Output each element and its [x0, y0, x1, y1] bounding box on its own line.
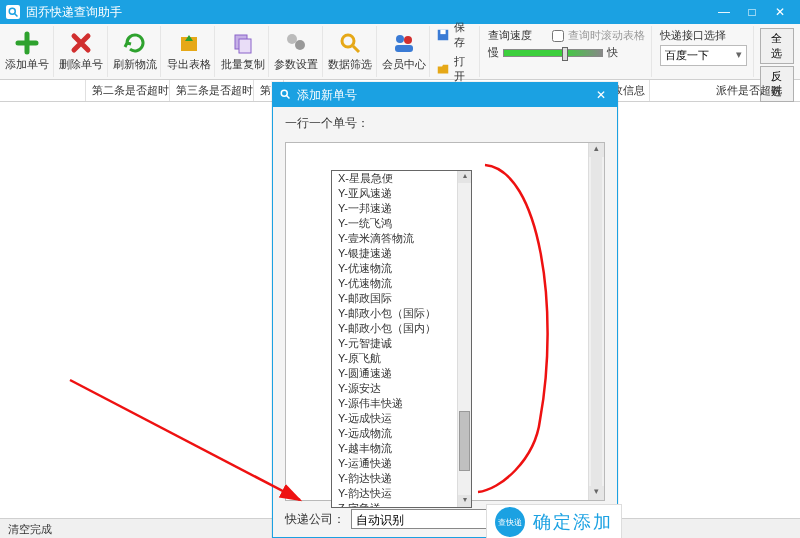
company-option[interactable]: Y-远成快运 [332, 411, 471, 426]
listbox-scrollbar[interactable]: ▴ ▾ [457, 171, 471, 507]
svg-point-4 [287, 34, 297, 44]
company-option[interactable]: X-星晨急便 [332, 171, 471, 186]
search-express-button[interactable]: 查快递 [495, 507, 525, 537]
svg-rect-10 [395, 45, 413, 52]
svg-line-7 [353, 46, 359, 52]
param-label: 参数设置 [274, 57, 318, 72]
add-button[interactable]: 添加单号 [2, 26, 54, 77]
copy-label: 批量复制 [221, 57, 265, 72]
company-option[interactable]: Y-邮政国际 [332, 291, 471, 306]
open-label: 打开 [454, 54, 474, 84]
interface-panel: 快递接口选择 百度一下 [654, 26, 754, 77]
company-option[interactable]: Y-一邦速递 [332, 201, 471, 216]
company-label: 快递公司： [285, 511, 345, 528]
filter-button[interactable]: 数据筛选 [325, 26, 377, 77]
col-dispatch[interactable]: 派件是否超时 [710, 80, 800, 101]
listbox-thumb[interactable] [459, 411, 470, 471]
company-dropdown-list[interactable]: X-星晨急便Y-亚风速递Y-一邦速递Y-一统飞鸿Y-壹米滴答物流Y-银捷速递Y-… [331, 170, 472, 508]
listbox-scroll-up-icon[interactable]: ▴ [458, 171, 471, 183]
delete-button[interactable]: 删除单号 [56, 26, 108, 77]
company-option[interactable]: Y-元智捷诚 [332, 336, 471, 351]
company-option[interactable]: Y-韵达快递 [332, 471, 471, 486]
refresh-icon [121, 31, 149, 55]
iface-title: 快递接口选择 [660, 28, 747, 43]
dialog-close-button[interactable]: ✕ [591, 88, 611, 102]
company-option[interactable]: Y-亚风速递 [332, 186, 471, 201]
scroll-checkbox[interactable]: 查询时滚动表格 [552, 28, 645, 43]
col-3[interactable]: 第三条是否超时 [170, 80, 254, 101]
company-option[interactable]: Y-韵达快运 [332, 486, 471, 501]
export-label: 导出表格 [167, 57, 211, 72]
company-option[interactable]: Y-邮政小包（国际） [332, 306, 471, 321]
export-button[interactable]: 导出表格 [163, 26, 215, 77]
scroll-checkbox-label: 查询时滚动表格 [568, 28, 645, 43]
scroll-thumb[interactable] [591, 157, 602, 486]
gear-icon [282, 31, 310, 55]
company-option[interactable]: Y-源伟丰快递 [332, 396, 471, 411]
mini-column: 保存 打开 [432, 26, 479, 77]
minimize-button[interactable]: — [710, 5, 738, 19]
refresh-button[interactable]: 刷新物流 [110, 26, 162, 77]
confirm-cluster: 查快递 确定添加 [486, 504, 622, 538]
col-2[interactable]: 第二条是否超时 [86, 80, 170, 101]
speed-slider[interactable] [503, 49, 603, 57]
company-option[interactable]: Y-越丰物流 [332, 441, 471, 456]
company-selected: 自动识别 [356, 513, 404, 527]
company-option[interactable]: Y-壹米滴答物流 [332, 231, 471, 246]
svg-rect-3 [239, 39, 251, 53]
dialog-title: 添加新单号 [297, 87, 591, 104]
people-icon [390, 31, 418, 55]
company-option[interactable]: Y-圆通速递 [332, 366, 471, 381]
slider-thumb[interactable] [562, 47, 568, 61]
close-button[interactable]: ✕ [766, 5, 794, 19]
svg-point-0 [9, 8, 15, 14]
company-option[interactable]: Z-宅急送 [332, 501, 471, 508]
copy-button[interactable]: 批量复制 [217, 26, 269, 77]
company-option[interactable]: Y-运通快递 [332, 456, 471, 471]
svg-point-13 [281, 90, 287, 96]
scroll-checkbox-input[interactable] [552, 30, 564, 42]
dialog-title-icon [279, 88, 291, 103]
main-toolbar: 添加单号 删除单号 刷新物流 导出表格 批量复制 参数设置 数据筛选 会员中心 … [0, 24, 800, 80]
svg-point-8 [396, 35, 404, 43]
titlebar: 固乔快递查询助手 — □ ✕ [0, 0, 800, 24]
member-button[interactable]: 会员中心 [379, 26, 431, 77]
search-express-label: 查快递 [498, 518, 522, 527]
select-all-button[interactable]: 全选 [760, 28, 794, 64]
x-icon [67, 31, 95, 55]
textarea-scrollbar[interactable]: ▴ ▾ [588, 143, 604, 500]
company-option[interactable]: Y-银捷速递 [332, 246, 471, 261]
scroll-down-icon[interactable]: ▾ [589, 486, 604, 500]
company-option[interactable]: Y-优速物流 [332, 261, 471, 276]
svg-line-14 [287, 95, 290, 98]
iface-selected: 百度一下 [665, 49, 709, 61]
slow-label: 慢 [488, 45, 499, 60]
app-icon [6, 5, 20, 19]
search-icon [336, 31, 364, 55]
add-label: 添加单号 [5, 57, 49, 72]
plus-icon [13, 31, 41, 55]
save-button[interactable]: 保存 [436, 19, 474, 51]
col-blank[interactable] [0, 80, 86, 101]
confirm-add-button[interactable]: 确定添加 [533, 510, 613, 534]
company-option[interactable]: Y-邮政小包（国内） [332, 321, 471, 336]
company-option[interactable]: Y-一统飞鸿 [332, 216, 471, 231]
company-option[interactable]: Y-优速物流 [332, 276, 471, 291]
export-icon [175, 31, 203, 55]
speed-panel: 查询速度 查询时滚动表格 慢 快 [482, 26, 652, 77]
company-option[interactable]: Y-远成物流 [332, 426, 471, 441]
param-button[interactable]: 参数设置 [271, 26, 323, 77]
company-option[interactable]: Y-原飞航 [332, 351, 471, 366]
listbox-scroll-down-icon[interactable]: ▾ [458, 495, 471, 507]
scroll-up-icon[interactable]: ▴ [589, 143, 604, 157]
iface-select[interactable]: 百度一下 [660, 45, 747, 66]
copy-icon [229, 31, 257, 55]
company-option[interactable]: Y-源安达 [332, 381, 471, 396]
svg-point-9 [404, 36, 412, 44]
svg-rect-12 [441, 29, 446, 33]
maximize-button[interactable]: □ [738, 5, 766, 19]
filter-label: 数据筛选 [328, 57, 372, 72]
status-text: 清空完成 [8, 523, 52, 535]
save-icon [436, 28, 450, 42]
dialog-titlebar[interactable]: 添加新单号 ✕ [273, 83, 617, 107]
